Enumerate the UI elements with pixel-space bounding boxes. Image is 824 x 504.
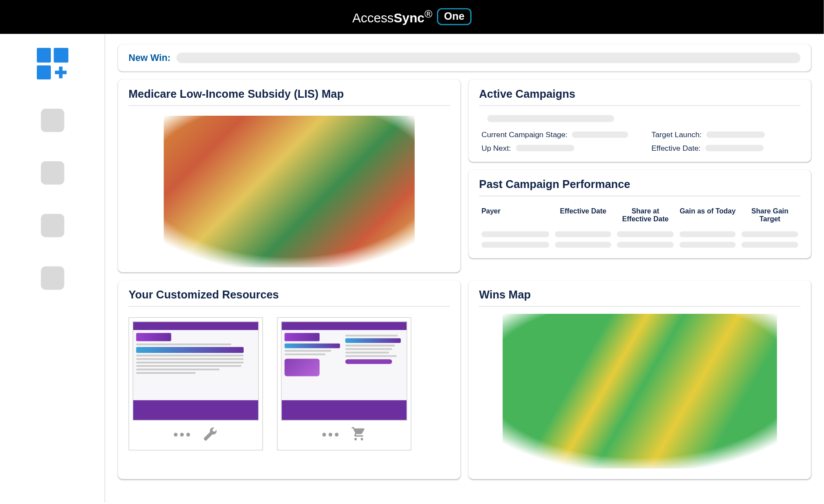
resources-card: Your Customized Resources	[118, 280, 460, 479]
col-payer: Payer	[481, 207, 549, 223]
resource-item-2[interactable]: •••	[277, 317, 412, 451]
more-options-icon[interactable]: •••	[174, 428, 192, 443]
up-next-value-skeleton	[515, 145, 574, 152]
lis-map-card: Medicare Low-Income Subsidy (LIS) Map	[118, 79, 460, 272]
dashboard-add-icon[interactable]	[36, 48, 68, 79]
brand-text-1: Access	[352, 11, 394, 25]
table-row	[479, 240, 800, 250]
brand-suffix: One	[437, 8, 472, 25]
more-options-icon[interactable]: •••	[322, 428, 341, 443]
current-stage-value-skeleton	[572, 131, 628, 138]
sidebar-item-4[interactable]	[41, 266, 64, 290]
target-launch-value-skeleton	[707, 131, 765, 138]
us-choropleth-map-icon[interactable]	[163, 116, 415, 268]
effective-date-label: Effective Date:	[651, 144, 700, 153]
brand-logo: AccessSync® One	[352, 8, 472, 26]
sidebar-item-2[interactable]	[41, 161, 64, 185]
col-share-gain-target: Share Gain Target	[742, 207, 798, 223]
past-table-header: Payer Effective Date Share at Effective …	[479, 203, 800, 229]
target-launch-label: Target Launch:	[651, 130, 702, 139]
sidebar-item-1[interactable]	[41, 109, 64, 132]
new-win-value-skeleton	[176, 53, 800, 63]
new-win-bar: New Win:	[118, 44, 811, 71]
effective-date-value-skeleton	[705, 145, 764, 152]
up-next-label: Up Next:	[481, 144, 511, 153]
active-campaigns-title: Active Campaigns	[479, 88, 800, 100]
app-header: AccessSync® One	[0, 0, 824, 34]
sidebar-item-3[interactable]	[41, 214, 64, 237]
wins-map-card: Wins Map	[469, 280, 811, 479]
current-stage-label: Current Campaign Stage:	[481, 130, 568, 139]
past-performance-card: Past Campaign Performance Payer Effectiv…	[469, 170, 811, 258]
past-performance-title: Past Campaign Performance	[479, 178, 800, 191]
resource-thumbnail	[281, 321, 407, 421]
col-gain-today: Gain as of Today	[679, 207, 736, 223]
brand-text-2: Sync	[394, 11, 424, 25]
main-content: New Win: Medicare Low-Income Subsidy (LI…	[105, 34, 824, 502]
us-states-map-icon[interactable]	[502, 314, 777, 469]
col-effective-date: Effective Date	[555, 207, 611, 223]
cart-icon[interactable]	[351, 426, 366, 444]
resources-title: Your Customized Resources	[128, 289, 450, 302]
wrench-icon[interactable]	[203, 426, 218, 444]
wins-map-title: Wins Map	[479, 289, 800, 302]
sidebar	[0, 34, 105, 502]
lis-map-title: Medicare Low-Income Subsidy (LIS) Map	[128, 88, 450, 100]
new-win-label: New Win:	[128, 53, 170, 63]
resource-thumbnail	[133, 321, 259, 421]
col-share-at-effective: Share at Effective Date	[617, 207, 674, 223]
active-campaign-name-skeleton	[487, 115, 614, 122]
resource-item-1[interactable]: •••	[128, 317, 263, 451]
active-campaigns-card: Active Campaigns Current Campaign Stage:	[469, 79, 811, 162]
table-row	[479, 229, 800, 240]
